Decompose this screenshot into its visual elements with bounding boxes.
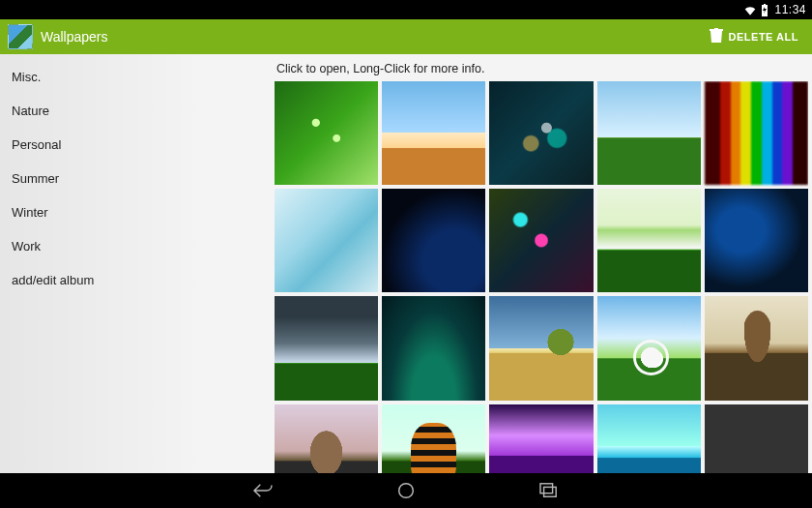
wallpaper-thumb[interactable] — [597, 81, 701, 185]
wallpaper-thumb[interactable] — [489, 296, 593, 400]
delete-all-button[interactable]: DELETE ALL — [704, 24, 804, 49]
trash-icon — [710, 28, 723, 45]
hint-text: Click to open, Long-Click for more info. — [275, 58, 808, 81]
sidebar-item-addedit[interactable]: add/edit album — [0, 263, 271, 297]
status-bar: 11:34 — [0, 0, 812, 19]
wallpaper-thumb[interactable] — [489, 189, 593, 292]
svg-point-0 — [399, 484, 414, 498]
page-title: Wallpapers — [41, 29, 108, 45]
sidebar-item-nature[interactable]: Nature — [0, 94, 271, 128]
status-time: 11:34 — [774, 3, 806, 16]
sidebar-item-personal[interactable]: Personal — [0, 128, 271, 162]
delete-all-label: DELETE ALL — [729, 31, 798, 43]
wallpaper-thumb[interactable] — [597, 189, 701, 292]
wallpaper-thumb[interactable] — [597, 404, 701, 473]
wallpaper-thumb[interactable] — [489, 81, 593, 185]
svg-rect-2 — [540, 484, 553, 493]
wifi-icon — [743, 4, 757, 15]
wallpaper-thumb[interactable] — [705, 404, 808, 473]
wallpaper-thumb[interactable] — [382, 81, 485, 185]
wallpaper-thumb[interactable] — [705, 189, 808, 292]
content-area: Misc. Nature Personal Summer Winter Work… — [0, 54, 812, 473]
wallpaper-thumb[interactable] — [382, 189, 485, 292]
navigation-bar — [0, 473, 812, 508]
wallpaper-thumb[interactable] — [275, 296, 378, 400]
home-button[interactable] — [392, 477, 420, 504]
sidebar-item-summer[interactable]: Summer — [0, 162, 271, 195]
wallpaper-thumb[interactable] — [489, 404, 593, 473]
recents-button[interactable] — [536, 477, 563, 504]
sidebar-item-winter[interactable]: Winter — [0, 195, 271, 229]
sidebar-item-work[interactable]: Work — [0, 229, 271, 263]
wallpaper-thumb[interactable] — [275, 81, 378, 185]
action-bar: Wallpapers DELETE ALL — [0, 19, 812, 54]
svg-rect-1 — [544, 487, 557, 496]
wallpaper-thumb[interactable] — [382, 296, 485, 400]
wallpaper-thumb[interactable] — [275, 404, 378, 473]
sidebar: Misc. Nature Personal Summer Winter Work… — [0, 54, 271, 473]
back-button[interactable] — [249, 477, 276, 504]
wallpaper-thumb[interactable] — [705, 296, 808, 400]
wallpaper-thumb[interactable] — [705, 81, 808, 185]
app-icon[interactable] — [8, 24, 33, 49]
wallpaper-grid — [275, 81, 808, 473]
wallpaper-thumb[interactable] — [597, 296, 701, 400]
wallpaper-thumb[interactable] — [275, 189, 378, 292]
wallpaper-thumb[interactable] — [382, 404, 485, 473]
battery-charging-icon — [761, 4, 768, 16]
main-panel: Click to open, Long-Click for more info. — [271, 54, 812, 473]
sidebar-item-misc[interactable]: Misc. — [0, 60, 271, 94]
